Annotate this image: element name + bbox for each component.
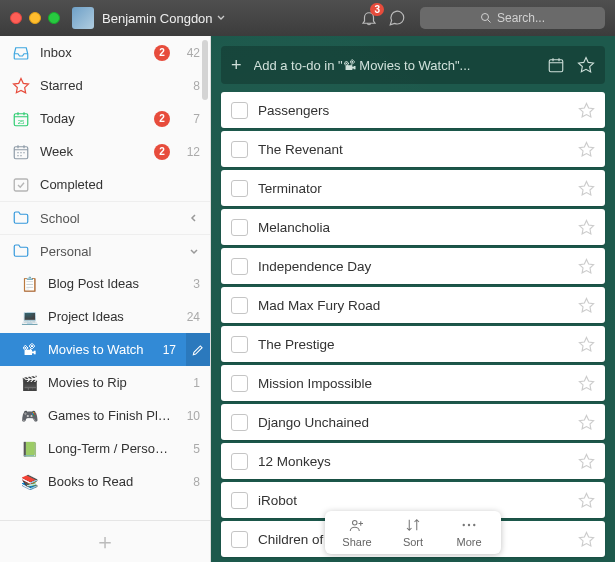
todo-checkbox[interactable]	[231, 375, 248, 392]
username-label: Benjamin Congdon	[102, 11, 213, 26]
sidebar-list-item[interactable]: 💻 Project Ideas 24	[0, 300, 210, 333]
star-icon	[578, 492, 595, 509]
pencil-icon	[191, 343, 205, 357]
todo-item[interactable]: Mad Max Fury Road	[221, 287, 605, 323]
todo-item[interactable]: Terminator	[221, 170, 605, 206]
todo-item[interactable]: The Revenant	[221, 131, 605, 167]
count: 42	[182, 46, 200, 60]
sidebar-scrollbar[interactable]	[202, 40, 208, 100]
search-placeholder: Search...	[497, 11, 545, 25]
list-emoji-icon: 📋	[20, 276, 38, 292]
star-button[interactable]	[578, 102, 595, 119]
zoom-window-button[interactable]	[48, 12, 60, 24]
star-button[interactable]	[578, 141, 595, 158]
count: 8	[182, 475, 200, 489]
add-todo-input[interactable]: + Add a to-do in "📽 Movies to Watch"...	[221, 46, 605, 84]
todo-checkbox[interactable]	[231, 531, 248, 548]
badge: 2	[154, 111, 170, 127]
sidebar-list-item[interactable]: 📋 Blog Post Ideas 3	[0, 267, 210, 300]
list-emoji-icon: 📗	[20, 441, 38, 457]
due-date-icon[interactable]	[547, 56, 565, 74]
star-icon[interactable]	[577, 56, 595, 74]
smart-label: Starred	[40, 78, 172, 93]
svg-rect-5	[549, 60, 563, 72]
smart-label: Completed	[40, 177, 200, 192]
sidebar-smart-week[interactable]: Week 2 12	[0, 135, 210, 168]
todo-checkbox[interactable]	[231, 102, 248, 119]
sidebar-smart-inbox[interactable]: Inbox 2 42	[0, 36, 210, 69]
sort-icon	[404, 517, 422, 533]
todo-title: Passengers	[258, 103, 568, 118]
star-button[interactable]	[578, 336, 595, 353]
star-button[interactable]	[578, 375, 595, 392]
todo-list[interactable]: Passengers The Revenant Terminator Melan…	[211, 92, 615, 562]
todo-item[interactable]: Django Unchained	[221, 404, 605, 440]
star-button[interactable]	[578, 180, 595, 197]
todo-checkbox[interactable]	[231, 336, 248, 353]
todo-item[interactable]: Mission Impossible	[221, 365, 605, 401]
star-icon	[578, 375, 595, 392]
account-menu[interactable]: Benjamin Congdon	[102, 11, 225, 26]
sidebar-list-item[interactable]: 📗 Long-Term / Personal... 5	[0, 432, 210, 465]
starred-icon	[12, 77, 30, 95]
todo-checkbox[interactable]	[231, 414, 248, 431]
star-button[interactable]	[578, 492, 595, 509]
sidebar-list-item[interactable]: 📽 Movies to Watch 17	[0, 333, 210, 366]
todo-checkbox[interactable]	[231, 297, 248, 314]
star-button[interactable]	[578, 453, 595, 470]
star-icon	[578, 453, 595, 470]
share-icon	[348, 517, 366, 533]
star-icon	[578, 531, 595, 548]
count: 8	[182, 79, 200, 93]
close-window-button[interactable]	[10, 12, 22, 24]
sidebar-list-item[interactable]: 📚 Books to Read 8	[0, 465, 210, 498]
todo-item[interactable]: Independence Day	[221, 248, 605, 284]
sidebar-smart-today[interactable]: 25 Today 2 7	[0, 102, 210, 135]
todo-checkbox[interactable]	[231, 141, 248, 158]
todo-checkbox[interactable]	[231, 219, 248, 236]
sort-button[interactable]: Sort	[385, 517, 441, 548]
inbox-icon	[12, 44, 30, 62]
share-button[interactable]: Share	[329, 517, 385, 548]
titlebar: Benjamin Congdon 3 Search...	[0, 0, 615, 36]
todo-item[interactable]: Melancholia	[221, 209, 605, 245]
todo-title: Melancholia	[258, 220, 568, 235]
todo-checkbox[interactable]	[231, 180, 248, 197]
chevron-icon	[188, 245, 200, 257]
svg-point-0	[481, 14, 488, 21]
sidebar-folder[interactable]: School	[0, 201, 210, 234]
star-icon	[578, 102, 595, 119]
count: 3	[182, 277, 200, 291]
count: 17	[158, 343, 176, 357]
add-list-button[interactable]: ＋	[0, 520, 210, 562]
chat-icon	[388, 9, 406, 27]
minimize-window-button[interactable]	[29, 12, 41, 24]
star-button[interactable]	[578, 531, 595, 548]
sidebar-smart-starred[interactable]: Starred 8	[0, 69, 210, 102]
more-button[interactable]: More	[441, 517, 497, 548]
todo-checkbox[interactable]	[231, 492, 248, 509]
search-input[interactable]: Search...	[420, 7, 605, 29]
list-emoji-icon: 💻	[20, 309, 38, 325]
star-button[interactable]	[578, 414, 595, 431]
star-button[interactable]	[578, 297, 595, 314]
todo-item[interactable]: Passengers	[221, 92, 605, 128]
todo-checkbox[interactable]	[231, 258, 248, 275]
todo-checkbox[interactable]	[231, 453, 248, 470]
edit-list-button[interactable]	[186, 333, 210, 366]
todo-item[interactable]: 12 Monkeys	[221, 443, 605, 479]
todo-title: 12 Monkeys	[258, 454, 568, 469]
todo-item[interactable]: The Prestige	[221, 326, 605, 362]
sidebar-folder[interactable]: Personal	[0, 234, 210, 267]
sidebar-smart-completed[interactable]: Completed	[0, 168, 210, 201]
completed-icon	[12, 176, 30, 194]
avatar[interactable]	[72, 7, 94, 29]
star-button[interactable]	[578, 219, 595, 236]
conversations-button[interactable]	[388, 9, 406, 27]
notifications-button[interactable]: 3	[360, 9, 378, 27]
sidebar-list-item[interactable]: 🎮 Games to Finish Playing 10	[0, 399, 210, 432]
sidebar-list-item[interactable]: 🎬 Movies to Rip 1	[0, 366, 210, 399]
window-controls	[10, 12, 60, 24]
list-label: Books to Read	[48, 474, 172, 489]
star-button[interactable]	[578, 258, 595, 275]
